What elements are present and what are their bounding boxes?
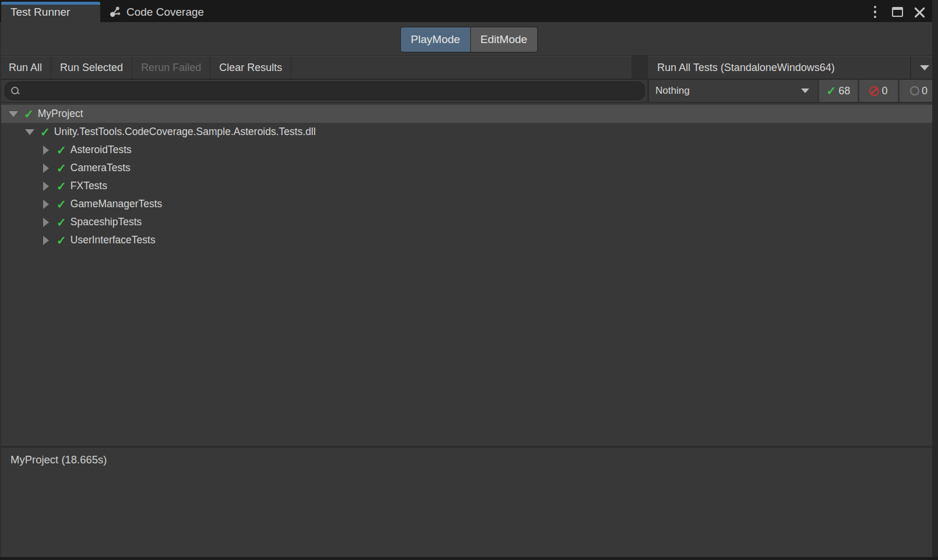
- failed-icon: [869, 86, 879, 96]
- test-tree-row[interactable]: ✓GameManagerTests: [0, 195, 938, 213]
- kebab-menu-icon: [874, 6, 877, 19]
- mode-button-playmode[interactable]: PlayMode: [401, 27, 470, 52]
- test-tree-row[interactable]: ✓CameraTests: [0, 159, 938, 177]
- run-all-tests-platform-dropdown[interactable]: Run All Tests (StandaloneWindows64): [648, 56, 938, 79]
- chevron-down-icon: [920, 65, 929, 70]
- toolbar-filler: [291, 56, 632, 79]
- toolbar-button-clear-results[interactable]: Clear Results: [210, 56, 291, 79]
- category-filter-value: Nothing: [655, 85, 801, 97]
- toolbar-separator: [632, 56, 647, 79]
- foldout-collapsed-icon[interactable]: [41, 146, 51, 155]
- foldout-expanded-icon[interactable]: [8, 111, 19, 117]
- test-tree-row[interactable]: ✓UserInterfaceTests: [0, 231, 938, 249]
- tree-row-label: SpaceshipTests: [70, 216, 142, 228]
- close-button[interactable]: [911, 4, 928, 20]
- foldout-collapsed-icon[interactable]: [41, 200, 51, 209]
- foldout-expanded-icon[interactable]: [24, 129, 35, 135]
- more-options-button[interactable]: [867, 4, 883, 20]
- window-edge-left: [0, 22, 1, 560]
- tab-code-coverage[interactable]: Code Coverage: [100, 2, 213, 22]
- window-edge-right: [932, 0, 938, 560]
- tree-row-label: UserInterfaceTests: [70, 234, 156, 246]
- tree-row-label: Unity.TestTools.CodeCoverage.Sample.Aste…: [54, 126, 316, 138]
- toolbar: Run AllRun SelectedRerun FailedClear Res…: [0, 55, 938, 80]
- result-toggle-passed[interactable]: ✓68: [817, 80, 858, 102]
- mode-row: PlayModeEditMode: [0, 22, 938, 55]
- test-tree-row[interactable]: ✓MyProject: [0, 105, 938, 123]
- tree-row-label: MyProject: [38, 108, 83, 120]
- result-count: 0: [922, 85, 928, 97]
- result-count: 0: [881, 85, 887, 97]
- passed-icon: ✓: [57, 144, 66, 156]
- tree-row-label: GameManagerTests: [70, 198, 163, 210]
- tab-test-runner[interactable]: Test Runner: [1, 2, 100, 22]
- tab-test-runner-label: Test Runner: [10, 6, 70, 19]
- mode-toggle: PlayModeEditMode: [400, 27, 538, 52]
- toolbar-button-run-all[interactable]: Run All: [0, 56, 51, 79]
- toolbar-left-group: Run AllRun SelectedRerun FailedClear Res…: [0, 56, 291, 79]
- maximize-icon: [892, 7, 903, 17]
- tree-row-label: FXTests: [70, 180, 107, 192]
- passed-icon: ✓: [827, 85, 837, 97]
- tree-row-label: CameraTests: [70, 162, 131, 174]
- result-toggle-failed[interactable]: 0: [858, 80, 898, 102]
- platform-dropdown-label: Run All Tests (StandaloneWindows64): [648, 56, 910, 79]
- window-edge-bottom: [0, 557, 938, 560]
- passed-icon: ✓: [57, 162, 66, 174]
- tab-bar: Test Runner Code Coverage: [0, 0, 938, 22]
- status-text: MyProject (18.665s): [10, 453, 938, 466]
- test-runner-window: Test Runner Code Coverage: [0, 0, 938, 560]
- close-icon: [914, 6, 925, 18]
- result-filter-toggles: ✓6800: [817, 80, 938, 102]
- passed-icon: ✓: [57, 199, 66, 210]
- code-coverage-icon: [110, 6, 122, 18]
- status-panel: MyProject (18.665s): [0, 446, 938, 560]
- toolbar-button-rerun-failed: Rerun Failed: [132, 56, 210, 79]
- filter-bar: Nothing ✓6800: [0, 80, 938, 103]
- search-icon: [11, 87, 20, 95]
- passed-icon: ✓: [40, 126, 50, 138]
- foldout-collapsed-icon[interactable]: [41, 236, 51, 245]
- search-field[interactable]: [5, 81, 645, 100]
- category-filter-dropdown[interactable]: Nothing: [647, 80, 817, 102]
- maximize-button[interactable]: [889, 4, 905, 20]
- mode-button-editmode[interactable]: EditMode: [471, 27, 537, 52]
- window-controls: [867, 2, 938, 22]
- chevron-down-icon: [801, 88, 809, 93]
- search-input[interactable]: [24, 86, 644, 96]
- passed-icon: ✓: [57, 217, 66, 228]
- foldout-collapsed-icon[interactable]: [41, 164, 51, 173]
- test-tree-row[interactable]: ✓FXTests: [0, 177, 938, 195]
- test-tree: ✓MyProject✓Unity.TestTools.CodeCoverage.…: [0, 103, 938, 446]
- result-count: 68: [838, 85, 850, 97]
- tab-code-coverage-label: Code Coverage: [126, 6, 204, 19]
- test-tree-row[interactable]: ✓AsteroidTests: [0, 141, 938, 159]
- toolbar-button-run-selected[interactable]: Run Selected: [51, 56, 132, 79]
- test-tree-row[interactable]: ✓Unity.TestTools.CodeCoverage.Sample.Ast…: [0, 123, 938, 141]
- passed-icon: ✓: [57, 180, 66, 192]
- test-tree-row[interactable]: ✓SpaceshipTests: [0, 213, 938, 231]
- tree-row-label: AsteroidTests: [70, 144, 132, 156]
- passed-icon: ✓: [24, 108, 34, 120]
- not-run-icon: [910, 86, 919, 95]
- foldout-collapsed-icon[interactable]: [41, 218, 51, 227]
- passed-icon: ✓: [57, 235, 66, 246]
- foldout-collapsed-icon[interactable]: [41, 182, 51, 191]
